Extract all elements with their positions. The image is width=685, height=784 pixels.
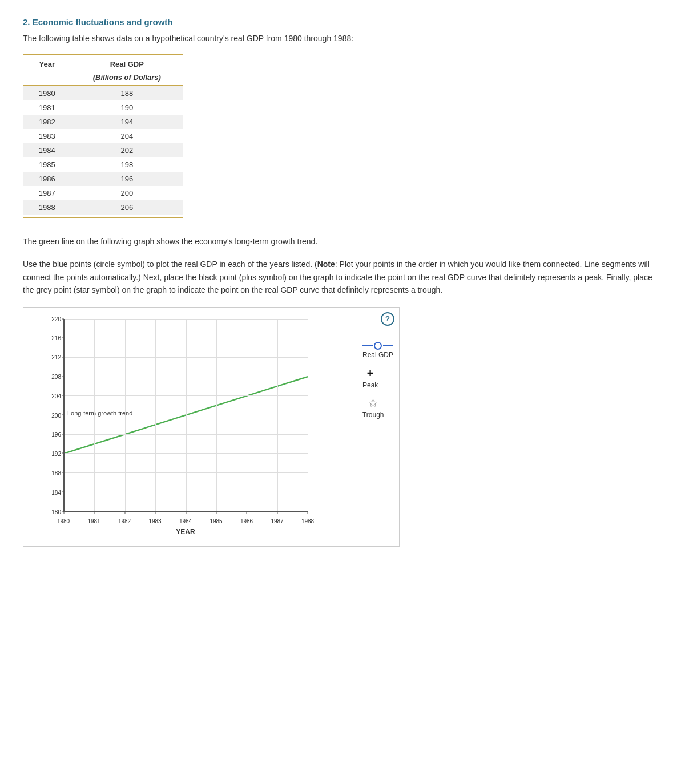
legend-trough: ✩ Trough — [362, 397, 384, 419]
x-tick-label: 1986 — [240, 518, 253, 524]
section-number: 2. — [23, 17, 30, 27]
x-tick-mark — [124, 511, 125, 514]
x-tick-mark — [247, 511, 247, 514]
table-row: 1987200 — [23, 186, 183, 200]
x-tick-mark — [64, 511, 65, 514]
cell-year: 1984 — [23, 143, 71, 157]
col-year-header: Year — [23, 55, 71, 71]
graph-container: ? REAL GDP (Billions of dollars) Long-te… — [23, 307, 400, 547]
cell-year: 1982 — [23, 115, 71, 129]
gdp-line-left — [362, 345, 373, 346]
trough-symbol: ✩ — [369, 397, 377, 410]
cell-gdp: 194 — [71, 115, 183, 129]
x-axis-label: YEAR — [176, 528, 195, 536]
table-row: 1982194 — [23, 115, 183, 129]
x-tick-label: 1982 — [118, 518, 131, 524]
y-tick-label: 200 — [45, 412, 61, 418]
cell-year: 1981 — [23, 100, 71, 115]
x-tick-label: 1987 — [271, 518, 283, 524]
cell-year: 1983 — [23, 129, 71, 143]
y-tick-label: 196 — [45, 431, 61, 438]
cell-gdp: 196 — [71, 172, 183, 186]
gdp-table: Year Real GDP (Billions of Dollars) 1980… — [23, 54, 183, 218]
table-row: 1988206 — [23, 200, 183, 215]
table-row: 1981190 — [23, 100, 183, 115]
y-tick-label: 204 — [45, 393, 61, 399]
x-tick-label: 1980 — [57, 518, 70, 524]
table-row: 1985198 — [23, 157, 183, 172]
growth-trend-label: Long-term growth trend — [67, 410, 132, 417]
y-tick-label: 212 — [45, 354, 61, 361]
section-header: 2. Economic fluctuations and growth — [23, 17, 662, 27]
cell-gdp: 202 — [71, 143, 183, 157]
peak-label: Peak — [362, 381, 378, 389]
cell-gdp: 198 — [71, 157, 183, 172]
table-row: 1980188 — [23, 86, 183, 100]
real-gdp-label: Real GDP — [362, 351, 393, 359]
y-tick-label: 188 — [45, 470, 61, 476]
x-tick-mark — [277, 511, 277, 514]
instruction-text: Use the blue points (circle symbol) to p… — [23, 258, 662, 296]
cell-gdp: 188 — [71, 86, 183, 100]
cell-gdp: 200 — [71, 186, 183, 200]
section-title-text: Economic fluctuations and growth — [33, 17, 173, 27]
y-tick-label: 180 — [45, 508, 61, 515]
table-row: 1983204 — [23, 129, 183, 143]
legend-area: Real GDP + Peak ✩ Trough — [362, 342, 393, 419]
y-tick-label: 192 — [45, 451, 61, 457]
y-tick-label: 216 — [45, 335, 61, 341]
cell-year: 1987 — [23, 186, 71, 200]
legend-peak: + Peak — [362, 367, 378, 389]
x-grid-line — [247, 319, 247, 511]
help-button[interactable]: ? — [381, 312, 394, 326]
cell-gdp: 204 — [71, 129, 183, 143]
col-gdp-subheader: (Billions of Dollars) — [71, 71, 183, 86]
x-tick-mark — [94, 511, 95, 514]
cell-gdp: 190 — [71, 100, 183, 115]
y-tick-label: 184 — [45, 489, 61, 495]
x-tick-mark — [155, 511, 156, 514]
y-tick-label: 208 — [45, 373, 61, 379]
intro-text: The following table shows data on a hypo… — [23, 34, 662, 43]
x-grid-line — [125, 319, 126, 511]
chart-area: Long-term growth trend 18018418819219620… — [63, 319, 308, 512]
legend-real-gdp: Real GDP — [362, 342, 393, 359]
x-tick-label: 1985 — [209, 518, 222, 524]
x-tick-label: 1981 — [87, 518, 100, 524]
x-grid-line — [186, 319, 187, 511]
x-tick-mark — [216, 511, 216, 514]
trough-label: Trough — [362, 411, 384, 419]
x-grid-line — [216, 319, 217, 511]
x-grid-line — [308, 319, 308, 511]
col-year-subheader — [23, 71, 71, 86]
cell-year: 1986 — [23, 172, 71, 186]
x-tick-label: 1984 — [179, 518, 192, 524]
x-tick-label: 1988 — [301, 518, 314, 524]
x-grid-line — [64, 319, 65, 511]
y-tick-label: 220 — [45, 316, 61, 322]
cell-year: 1980 — [23, 86, 71, 100]
x-tick-mark — [308, 511, 308, 514]
x-grid-line — [155, 319, 156, 511]
x-grid-line — [94, 319, 95, 511]
gdp-line-right — [383, 345, 393, 346]
cell-year: 1988 — [23, 200, 71, 215]
x-tick-label: 1983 — [148, 518, 161, 524]
table-row: 1984202 — [23, 143, 183, 157]
table-row: 1986196 — [23, 172, 183, 186]
chart-inner: Long-term growth trend — [63, 319, 308, 512]
x-grid-line — [277, 319, 278, 511]
green-line-text: The green line on the following graph sh… — [23, 235, 662, 248]
col-gdp-header: Real GDP — [71, 55, 183, 71]
real-gdp-symbol — [362, 342, 393, 350]
cell-year: 1985 — [23, 157, 71, 172]
gdp-dot — [374, 342, 382, 350]
cell-gdp: 206 — [71, 200, 183, 215]
x-tick-mark — [186, 511, 186, 514]
peak-symbol: + — [367, 367, 374, 380]
section-title: 2. Economic fluctuations and growth — [23, 17, 173, 27]
